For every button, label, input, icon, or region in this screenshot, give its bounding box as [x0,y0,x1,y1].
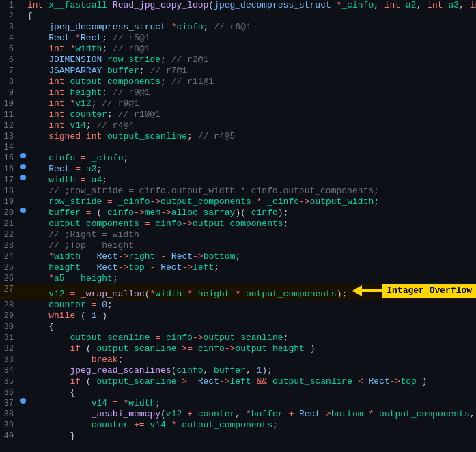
line-number-6: 6 [0,55,19,66]
line-dot-37 [19,398,27,404]
line-content-26: *a5 = height; [27,273,476,284]
code-line-32: 32 if ( output_scanline >= cinfo->output… [0,343,476,354]
code-line-22: 22 // ;Right = width [0,229,476,240]
code-line-37: 37 v14 = *width; [0,398,476,409]
line-content-22: // ;Right = width [27,229,476,240]
line-content-34: jpeg_read_scanlines(cinfo, buffer, 1); [27,365,476,376]
code-line-28: 28 counter = 0; [0,300,476,311]
line-content-12: int v14; // r4@4 [27,120,476,131]
code-line-14: 14 [0,142,476,153]
code-line-40: 40 } [0,431,476,442]
line-number-22: 22 [0,229,19,240]
line-number-13: 13 [0,131,19,142]
line-number-23: 23 [0,240,19,251]
code-line-23: 23 // ;Top = height [0,240,476,251]
line-number-5: 5 [0,44,19,55]
line-content-17: width = a4; [27,175,476,186]
code-line-7: 7 JSAMPARRAY buffer; // r7@1 [0,66,476,76]
line-number-26: 26 [0,273,19,284]
line-content-36: { [27,387,476,398]
line-content-11: int counter; // r10@1 [27,109,476,120]
line-number-19: 19 [0,197,19,208]
line-content-1: int x__fastcall Read_jpg_copy_loop(jpeg_… [27,0,476,11]
line-dot-17 [19,175,27,180]
line-content-2: { [27,11,476,22]
line-content-35: if ( output_scanline >= Rect->left && ou… [27,376,476,387]
breakpoint-dot [20,153,26,158]
code-line-4: 4 Rect *Rect; // r5@1 [0,33,476,44]
line-number-17: 17 [0,175,19,186]
code-line-30: 30 { [0,322,476,333]
line-number-25: 25 [0,262,19,273]
line-number-39: 39 [0,420,19,431]
code-line-16: 16 Rect = a3; [0,164,476,175]
line-number-33: 33 [0,354,19,365]
code-line-8: 8 int output_components; // r11@1 [0,76,476,87]
line-content-5: int *width; // r8@1 [27,44,476,55]
line-number-32: 32 [0,343,19,354]
line-number-1: 1 [0,0,19,11]
line-content-23: // ;Top = height [27,240,476,251]
code-line-25: 25 height = Rect->top - Rect->left; [0,262,476,273]
line-number-8: 8 [0,76,19,87]
line-content-31: output_scanline = cinfo->output_scanline… [27,333,476,343]
code-line-12: 12 int v14; // r4@4 [0,120,476,131]
line-number-3: 3 [0,22,19,33]
line-number-24: 24 [0,251,19,262]
code-line-11: 11 int counter; // r10@1 [0,109,476,120]
code-line-27: 27 v12 = _wrap_malloc(*width * height * … [0,284,476,300]
line-content-8: int output_components; // r11@1 [27,76,476,87]
line-number-14: 14 [0,142,19,153]
line-content-16: Rect = a3; [27,164,476,175]
code-line-33: 33 break; [0,354,476,365]
line-content-24: *width = Rect->right - Rect->bottom; [27,251,476,262]
code-line-38: 38 _aeabi_memcpy(v12 + counter, *buffer … [0,409,476,420]
line-number-12: 12 [0,120,19,131]
code-line-1: 1int x__fastcall Read_jpg_copy_loop(jpeg… [0,0,476,11]
code-line-18: 18 // ;row_stride = cinfo.output_width *… [0,186,476,197]
line-number-4: 4 [0,33,19,44]
line-number-11: 11 [0,109,19,120]
line-number-31: 31 [0,333,19,343]
code-line-21: 21 output_components = cinfo->output_com… [0,218,476,229]
line-content-6: JDIMENSION row_stride; // r2@1 [27,55,476,66]
line-content-7: JSAMPARRAY buffer; // r7@1 [27,66,476,76]
line-content-33: break; [27,354,476,365]
line-content-19: row_stride = _cinfo->output_components *… [27,197,476,208]
line-dot-20 [19,208,27,213]
line-number-40: 40 [0,431,19,442]
line-number-37: 37 [0,398,19,409]
code-line-36: 36 { [0,387,476,398]
code-line-6: 6 JDIMENSION row_stride; // r2@1 [0,55,476,66]
code-line-2: 2{ [0,11,476,22]
line-content-27: v12 = _wrap_malloc(*width * height * out… [27,284,476,300]
breakpoint-dot [20,175,26,180]
line-content-37: v14 = *width; [27,398,476,409]
line-number-20: 20 [0,208,19,218]
code-line-31: 31 output_scanline = cinfo->output_scanl… [0,333,476,343]
arrow-head-icon [352,285,362,296]
line-number-28: 28 [0,300,19,311]
line-number-18: 18 [0,186,19,197]
line-content-30: { [27,322,476,333]
line-content-29: while ( 1 ) [27,311,476,322]
code-line-24: 24 *width = Rect->right - Rect->bottom; [0,251,476,262]
line-content-28: counter = 0; [27,300,476,311]
line-number-7: 7 [0,66,19,76]
code-line-3: 3 jpeg_decompress_struct *cinfo; // r6@1 [0,22,476,33]
overflow-annotation: Intager Overflow here! [352,284,476,298]
code-line-35: 35 if ( output_scanline >= Rect->left &&… [0,376,476,387]
line-number-29: 29 [0,311,19,322]
line-content-32: if ( output_scanline >= cinfo->output_he… [27,343,476,354]
line-number-16: 16 [0,164,19,175]
code-line-34: 34 jpeg_read_scanlines(cinfo, buffer, 1)… [0,365,476,376]
arrow-stem [362,289,382,292]
code-line-39: 39 counter += v14 * output_components; [0,420,476,431]
line-content-39: counter += v14 * output_components; [27,420,476,431]
line-number-9: 9 [0,87,19,98]
line-content-21: output_components = cinfo->output_compon… [27,218,476,229]
line-content-10: int *v12; // r9@1 [27,98,476,109]
line-content-25: height = Rect->top - Rect->left; [27,262,476,273]
code-line-29: 29 while ( 1 ) [0,311,476,322]
line-content-40: } [27,431,476,442]
